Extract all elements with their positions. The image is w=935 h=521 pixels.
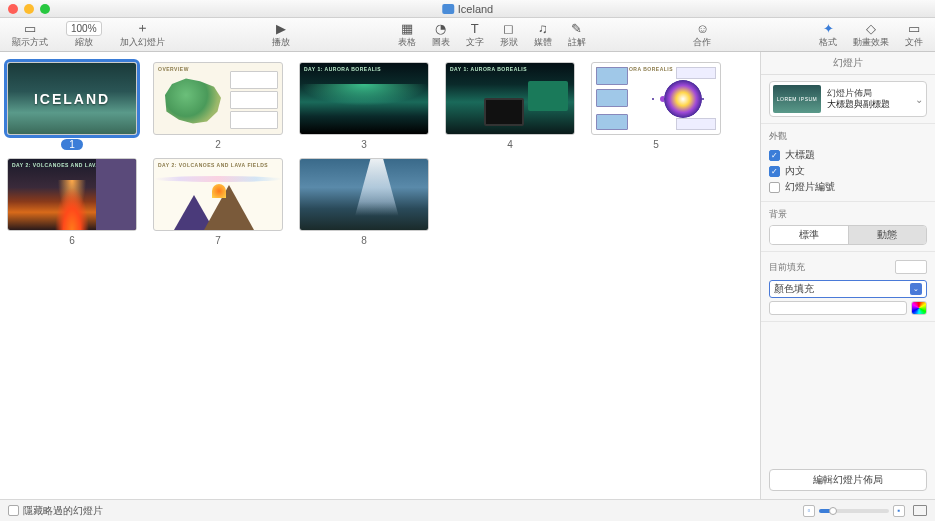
fill-color-row — [769, 301, 927, 315]
comment-label: 註解 — [568, 36, 586, 49]
text-button[interactable]: T 文字 — [458, 18, 492, 51]
media-label: 媒體 — [534, 36, 552, 49]
slide-grid: 1 OVERVIEW 2 DAY 1: AURORA BOREALIS 3 DA… — [6, 62, 754, 246]
zoom-knob[interactable] — [829, 507, 837, 515]
window-title-text: Iceland — [458, 3, 493, 15]
light-table-view[interactable]: 1 OVERVIEW 2 DAY 1: AURORA BOREALIS 3 DA… — [0, 52, 760, 499]
shape-button[interactable]: ◻ 形狀 — [492, 18, 526, 51]
comment-button[interactable]: ✎ 註解 — [560, 18, 594, 51]
format-inspector-button[interactable]: ✦ 格式 — [811, 18, 845, 51]
current-fill-swatch[interactable] — [895, 260, 927, 274]
layout-thumbnail — [773, 85, 821, 113]
slide-thumb-6[interactable]: DAY 2: VOLCANOES AND LAVA FIELDS 6 — [6, 158, 138, 246]
inspector-tab-slide[interactable]: 幻燈片 — [761, 52, 935, 75]
slide-layout-picker[interactable]: 幻燈片佈局 大標題與副標題 ⌄ — [769, 81, 927, 117]
checkbox-body[interactable]: ✓ — [769, 166, 780, 177]
slide-thumb-3[interactable]: DAY 1: AURORA BOREALIS 3 — [298, 62, 430, 150]
toolbar: ▭ 顯示方式 100% 縮放 ＋ 加入幻燈片 ▶ 播放 ▦ 表格 ◔ 圖表 T … — [0, 18, 935, 52]
table-button[interactable]: ▦ 表格 — [390, 18, 424, 51]
layout-name: 大標題與副標題 — [827, 99, 909, 110]
title-checkbox-row[interactable]: ✓ 大標題 — [769, 147, 927, 163]
table-label: 表格 — [398, 36, 416, 49]
text-label: 文字 — [466, 36, 484, 49]
slide-number-checkbox-row[interactable]: 幻燈片編號 — [769, 179, 927, 195]
media-icon: ♫ — [538, 20, 548, 36]
hide-skipped-label: 隱藏略過的幻燈片 — [23, 504, 103, 518]
fullscreen-button[interactable] — [913, 505, 927, 516]
appearance-heading: 外觀 — [769, 130, 927, 143]
slide-preview: OVERVIEW — [153, 62, 283, 135]
chart-label: 圖表 — [432, 36, 450, 49]
animate-icon: ◇ — [866, 20, 876, 36]
slide-number: 1 — [61, 139, 83, 150]
slide-thumb-4[interactable]: DAY 1: AURORA BOREALIS 4 — [444, 62, 576, 150]
fill-color-well[interactable] — [769, 301, 907, 315]
background-section: 背景 標準 動態 — [761, 202, 935, 252]
background-standard-button[interactable]: 標準 — [770, 226, 848, 244]
document-inspector-icon: ▭ — [908, 20, 920, 36]
document-icon — [442, 4, 454, 14]
minimize-window-button[interactable] — [24, 4, 34, 14]
collaborate-label: 合作 — [693, 36, 711, 49]
collaborate-button[interactable]: ☺ 合作 — [685, 18, 719, 51]
window-controls — [8, 4, 50, 14]
animate-label: 動畫效果 — [853, 36, 889, 49]
format-icon: ✦ — [823, 20, 834, 36]
format-label: 格式 — [819, 36, 837, 49]
hide-skipped-checkbox[interactable] — [8, 505, 19, 516]
text-icon: T — [471, 20, 479, 36]
view-icon: ▭ — [24, 20, 36, 36]
fill-heading: 目前填充 — [769, 261, 805, 274]
view-mode-button[interactable]: ▭ 顯示方式 — [4, 18, 56, 51]
zoom-out-button[interactable]: ▫ — [803, 505, 815, 517]
add-slide-icon: ＋ — [136, 20, 149, 36]
edit-slide-layout-button[interactable]: 編輯幻燈片佈局 — [769, 469, 927, 491]
appearance-section: 外觀 ✓ 大標題 ✓ 內文 幻燈片編號 — [761, 124, 935, 202]
maximize-window-button[interactable] — [40, 4, 50, 14]
slide-number: 4 — [507, 139, 513, 150]
media-button[interactable]: ♫ 媒體 — [526, 18, 560, 51]
checkbox-title[interactable]: ✓ — [769, 150, 780, 161]
format-inspector-panel: 幻燈片 幻燈片佈局 大標題與副標題 ⌄ 外觀 ✓ 大標題 ✓ 內文 — [760, 52, 935, 499]
window-title: Iceland — [442, 3, 493, 15]
thumbnail-zoom-slider[interactable]: ▫ ▪ — [803, 505, 905, 517]
play-icon: ▶ — [276, 20, 286, 36]
collaborate-icon: ☺ — [696, 20, 709, 36]
chart-button[interactable]: ◔ 圖表 — [424, 18, 458, 51]
comment-icon: ✎ — [571, 20, 582, 36]
title-checkbox-label: 大標題 — [785, 148, 815, 162]
zoom-in-button[interactable]: ▪ — [893, 505, 905, 517]
play-button[interactable]: ▶ 播放 — [264, 18, 298, 51]
body-checkbox-label: 內文 — [785, 164, 805, 178]
slide-preview: DAY 1: AURORA BOREALIS — [299, 62, 429, 135]
close-window-button[interactable] — [8, 4, 18, 14]
shape-icon: ◻ — [503, 20, 514, 36]
document-label: 文件 — [905, 36, 923, 49]
slide-number: 8 — [361, 235, 367, 246]
slide-number: 6 — [69, 235, 75, 246]
slide-preview: DAY 1: AURORA BOREALIS — [445, 62, 575, 135]
window-titlebar: Iceland — [0, 0, 935, 18]
animate-inspector-button[interactable]: ◇ 動畫效果 — [845, 18, 897, 51]
slide-thumb-1[interactable]: 1 — [6, 62, 138, 150]
slide-number: 7 — [215, 235, 221, 246]
background-dynamic-button[interactable]: 動態 — [848, 226, 927, 244]
zoom-track[interactable] — [819, 509, 889, 513]
slide-thumb-8[interactable]: 8 — [298, 158, 430, 246]
fill-section: 目前填充 顏色填充 ⌄ — [761, 252, 935, 322]
slide-thumb-7[interactable]: DAY 2: VOLCANOES AND LAVA FIELDS 7 — [152, 158, 284, 246]
zoom-dropdown[interactable]: 100% 縮放 — [56, 18, 112, 51]
slide-thumb-2[interactable]: OVERVIEW 2 — [152, 62, 284, 150]
chevron-down-icon: ⌄ — [915, 94, 923, 105]
body-checkbox-row[interactable]: ✓ 內文 — [769, 163, 927, 179]
document-inspector-button[interactable]: ▭ 文件 — [897, 18, 931, 51]
play-label: 播放 — [272, 36, 290, 49]
slide-preview — [7, 62, 137, 135]
fill-type-value: 顏色填充 — [774, 282, 814, 296]
background-segmented-control[interactable]: 標準 動態 — [769, 225, 927, 245]
fill-type-select[interactable]: 顏色填充 ⌄ — [769, 280, 927, 298]
add-slide-button[interactable]: ＋ 加入幻燈片 — [112, 18, 173, 51]
color-picker-button[interactable] — [911, 301, 927, 315]
slide-thumb-5[interactable]: DAY 1: AURORA BOREALIS 5 — [590, 62, 722, 150]
checkbox-slide-number[interactable] — [769, 182, 780, 193]
